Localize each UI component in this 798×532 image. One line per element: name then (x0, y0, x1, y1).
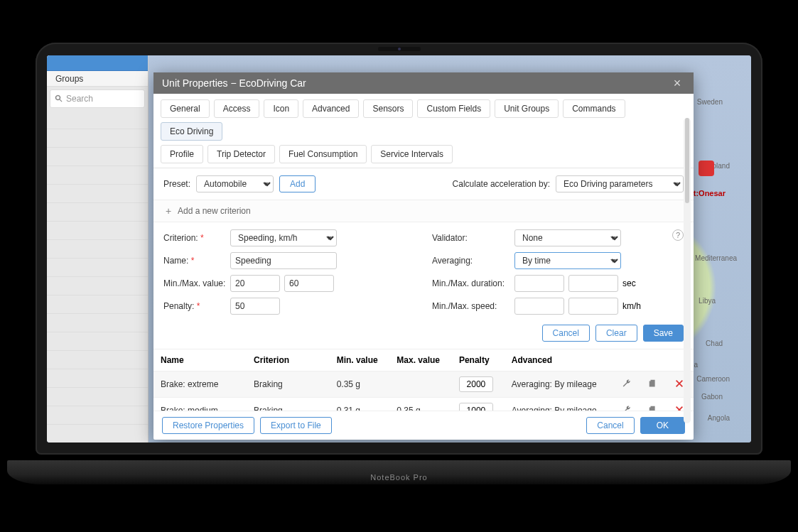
dialog-footer: Restore Properties Export to File Cancel… (153, 411, 694, 440)
delete-icon[interactable] (674, 379, 684, 389)
add-criterion-label: Add a new criterion (178, 206, 251, 216)
delete-icon[interactable] (674, 405, 684, 411)
tab-custom-fields[interactable]: Custom Fields (417, 99, 490, 118)
map-pin-icon (699, 161, 714, 176)
search-input[interactable]: Search (50, 89, 145, 108)
penalty-cell-input[interactable] (459, 376, 493, 392)
close-icon[interactable]: × (669, 75, 685, 91)
min-speed-input[interactable] (514, 298, 564, 315)
tab-access[interactable]: Access (214, 99, 260, 118)
preset-toolbar: Preset: Automobile Add Calculate acceler… (153, 168, 694, 200)
tab-icon[interactable]: Icon (264, 99, 298, 118)
cell-min: 0.35 g (330, 371, 390, 398)
copy-icon[interactable] (648, 379, 658, 389)
scrollbar-thumb[interactable] (685, 118, 689, 203)
map-label: Angola (708, 414, 730, 422)
max-value-input[interactable] (284, 275, 334, 292)
list-item[interactable] (47, 148, 148, 166)
dialog-ok-button[interactable]: OK (640, 417, 685, 434)
clear-form-button[interactable]: Clear (595, 325, 637, 342)
form-actions: Cancel Clear Save (153, 320, 694, 349)
add-criterion-row[interactable]: + Add a new criterion (153, 200, 694, 222)
column-header[interactable]: Min. value (330, 349, 390, 371)
required-mark: * (200, 233, 204, 243)
tab-general[interactable]: General (161, 99, 210, 118)
cell-criterion: Braking (247, 398, 330, 411)
speed-unit: km/h (622, 301, 641, 311)
min-duration-input[interactable] (514, 275, 564, 292)
dialog-cancel-button[interactable]: Cancel (586, 417, 634, 434)
scrollbar[interactable] (684, 118, 691, 423)
tab-fuel-consumption[interactable]: Fuel Consumption (279, 145, 367, 163)
list-item[interactable] (47, 406, 148, 425)
tab-unit-groups[interactable]: Unit Groups (495, 99, 559, 118)
column-header[interactable]: Max. value (389, 349, 452, 371)
tab-eco-driving[interactable]: Eco Driving (161, 122, 222, 141)
tab-advanced[interactable]: Advanced (303, 99, 359, 118)
map-label: Sweden (697, 98, 723, 106)
penalty-label: Penalty: (163, 301, 194, 311)
max-duration-input[interactable] (568, 275, 618, 292)
wrench-icon[interactable] (622, 379, 632, 389)
tab-service-intervals[interactable]: Service Intervals (371, 145, 453, 163)
column-header[interactable]: Criterion (247, 349, 330, 371)
averaging-select[interactable]: By time (514, 252, 621, 269)
copy-icon[interactable] (648, 405, 658, 411)
tab-commands[interactable]: Commands (563, 99, 625, 118)
validator-select[interactable]: None (514, 229, 621, 246)
cancel-form-button[interactable]: Cancel (542, 325, 590, 342)
list-item[interactable] (47, 111, 148, 129)
list-item[interactable] (47, 185, 148, 203)
map-label: Mediterranea (695, 254, 737, 262)
list-item[interactable] (47, 388, 148, 406)
list-item[interactable] (47, 259, 148, 277)
list-item[interactable] (47, 203, 148, 222)
averaging-label: Averaging: (432, 256, 510, 266)
cell-name: Brake: medium (153, 398, 247, 411)
list-item[interactable] (47, 222, 148, 240)
laptop-base: NoteBook Pro (7, 460, 791, 484)
help-icon[interactable]: ? (672, 229, 684, 241)
save-form-button[interactable]: Save (643, 325, 684, 342)
list-item[interactable] (47, 314, 148, 332)
min-value-input[interactable] (230, 275, 280, 292)
sidebar-tab-groups[interactable]: Groups (47, 71, 148, 87)
minmax-label: Min./Max. value: (163, 278, 226, 288)
dialog-header[interactable]: Unit Properties − EcoDriving Car × (153, 72, 694, 94)
penalty-input[interactable] (230, 298, 280, 315)
list-item[interactable] (47, 369, 148, 388)
camera-notch (378, 47, 421, 51)
tab-profile[interactable]: Profile (161, 145, 203, 163)
device-brand: NoteBook Pro (370, 473, 427, 482)
speed-label: Min./Max. speed: (432, 301, 510, 311)
name-input[interactable] (230, 252, 337, 269)
tab-trip-detector[interactable]: Trip Detector (207, 145, 275, 163)
restore-button[interactable]: Restore Properties (162, 417, 254, 434)
list-item[interactable] (47, 129, 148, 148)
criteria-table-wrap[interactable]: NameCriterionMin. valueMax. valuePenalty… (153, 349, 694, 411)
preset-select[interactable]: Automobile (196, 175, 274, 192)
penalty-cell-input[interactable] (459, 403, 493, 411)
list-item[interactable] (47, 295, 148, 314)
column-header[interactable]: Penalty (452, 349, 505, 371)
validator-label: Validator: (432, 233, 510, 243)
list-item[interactable] (47, 166, 148, 185)
tab-sensors[interactable]: Sensors (363, 99, 413, 118)
sidebar-tab-blue[interactable] (47, 55, 148, 71)
calc-label: Calculate acceleration by: (453, 179, 550, 189)
list-item[interactable] (47, 332, 148, 351)
max-speed-input[interactable] (568, 298, 618, 315)
list-item[interactable] (47, 240, 148, 259)
search-icon (55, 94, 63, 103)
list-item[interactable] (47, 277, 148, 295)
add-preset-button[interactable]: Add (279, 175, 316, 192)
export-button[interactable]: Export to File (260, 417, 332, 434)
column-header[interactable]: Name (153, 349, 247, 371)
criterion-select[interactable]: Speeding, km/h (230, 229, 337, 246)
map-label: Chad (706, 340, 723, 347)
wrench-icon[interactable] (622, 405, 632, 411)
column-header[interactable]: Advanced (505, 349, 615, 371)
list-item[interactable] (47, 351, 148, 369)
calc-select[interactable]: Eco Driving parameters (556, 175, 684, 192)
cell-criterion: Braking (247, 371, 330, 398)
